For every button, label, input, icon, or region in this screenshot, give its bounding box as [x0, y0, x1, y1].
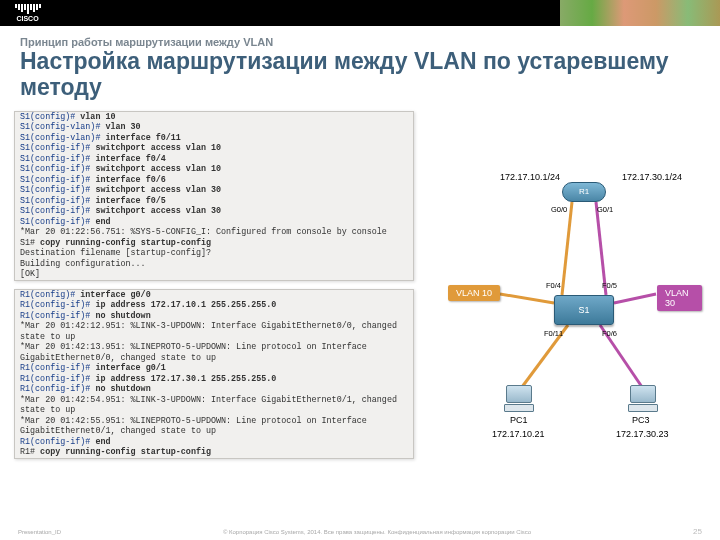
terminal-line: *Mar 20 01:42:54.951: %LINK-3-UPDOWN: In… [15, 395, 413, 416]
router-config-terminal: R1(config)# interface g0/0R1(config-if)#… [14, 289, 414, 459]
terminal-line: S1(config-if)# switchport access vlan 30 [15, 185, 413, 196]
vlan30-badge: VLAN 30 [657, 285, 702, 311]
port-g00: G0/0 [551, 205, 567, 214]
terminal-line: Building configuration... [15, 259, 413, 270]
port-f05: F0/5 [602, 281, 617, 290]
terminal-line: S1(config-if)# end [15, 217, 413, 228]
router-ip-right: 172.17.30.1/24 [622, 172, 682, 182]
terminal-line: *Mar 20 01:42:55.951: %LINEPROTO-5-UPDOW… [15, 416, 413, 437]
pc3-label: PC3 [632, 415, 650, 425]
terminal-line: R1(config)# interface g0/0 [15, 290, 413, 301]
page-number: 25 [693, 527, 702, 536]
terminal-line: S1(config-vlan)# interface f0/11 [15, 133, 413, 144]
terminal-line: S1(config-if)# interface f0/4 [15, 154, 413, 165]
vlan10-badge: VLAN 10 [448, 285, 500, 301]
heading-area: Принцип работы маршрутизации между VLAN … [0, 26, 720, 107]
terminal-line: [OK] [15, 269, 413, 280]
port-f04: F0/4 [546, 281, 561, 290]
router-icon: R1 [562, 182, 606, 202]
svg-line-3 [614, 294, 656, 303]
header-band: CISCO [0, 0, 720, 26]
terminal-line: *Mar 20 01:42:12.951: %LINK-3-UPDOWN: In… [15, 321, 413, 342]
terminal-line: R1(config-if)# no shutdown [15, 311, 413, 322]
pc1-icon [504, 385, 534, 413]
terminal-line: S1(config)# vlan 10 [15, 112, 413, 123]
terminal-line: *Mar 20 01:42:13.951: %LINEPROTO-5-UPDOW… [15, 342, 413, 363]
terminal-line: R1(config-if)# interface g0/1 [15, 363, 413, 374]
terminals: S1(config)# vlan 10S1(config-vlan)# vlan… [14, 111, 414, 459]
terminal-line: R1# copy running-config startup-config [15, 447, 413, 458]
logo-bars-icon [15, 4, 41, 14]
pc1-label: PC1 [510, 415, 528, 425]
footer-right: © Корпорация Cisco Systems, 2014. Все пр… [223, 529, 531, 535]
page-title: Настройка маршрутизации между VLAN по ус… [20, 48, 700, 101]
pc1-ip: 172.17.10.21 [492, 429, 545, 439]
terminal-line: S1(config-if)# switchport access vlan 10 [15, 143, 413, 154]
terminal-line: Destination filename [startup-config]? [15, 248, 413, 259]
terminal-line: S1(config-if)# switchport access vlan 30 [15, 206, 413, 217]
footer-left: Presentation_ID [18, 529, 61, 535]
router-ip-left: 172.17.10.1/24 [500, 172, 560, 182]
switch-config-terminal: S1(config)# vlan 10S1(config-vlan)# vlan… [14, 111, 414, 281]
header-banner-image [560, 0, 720, 26]
logo-text: CISCO [16, 15, 38, 22]
cisco-logo: CISCO [0, 0, 55, 26]
network-diagram: 172.17.10.1/24 172.17.30.1/24 R1 G0/0 G0… [442, 177, 702, 457]
svg-line-0 [562, 202, 572, 295]
switch-icon: S1 [554, 295, 614, 325]
switch-label: S1 [578, 305, 589, 315]
footer: Presentation_ID © Корпорация Cisco Syste… [0, 527, 720, 536]
svg-line-2 [500, 294, 554, 303]
terminal-line: S1# copy running-config startup-config [15, 238, 413, 249]
terminal-line: S1(config-if)# interface f0/5 [15, 196, 413, 207]
terminal-line: S1(config-if)# interface f0/6 [15, 175, 413, 186]
terminal-line: R1(config-if)# ip address 172.17.10.1 25… [15, 300, 413, 311]
router-label: R1 [579, 187, 589, 196]
pc3-ip: 172.17.30.23 [616, 429, 669, 439]
pc3-icon [628, 385, 658, 413]
port-f06: F0/6 [602, 329, 617, 338]
terminal-line: R1(config-if)# end [15, 437, 413, 448]
kicker-text: Принцип работы маршрутизации между VLAN [20, 36, 700, 48]
terminal-line: R1(config-if)# ip address 172.17.30.1 25… [15, 374, 413, 385]
terminal-line: S1(config-vlan)# vlan 30 [15, 122, 413, 133]
terminal-line: *Mar 20 01:22:56.751: %SYS-5-CONFIG_I: C… [15, 227, 413, 238]
port-g01: G0/1 [597, 205, 613, 214]
terminal-line: R1(config-if)# no shutdown [15, 384, 413, 395]
port-f011: F0/11 [544, 329, 563, 338]
terminal-line: S1(config-if)# switchport access vlan 10 [15, 164, 413, 175]
